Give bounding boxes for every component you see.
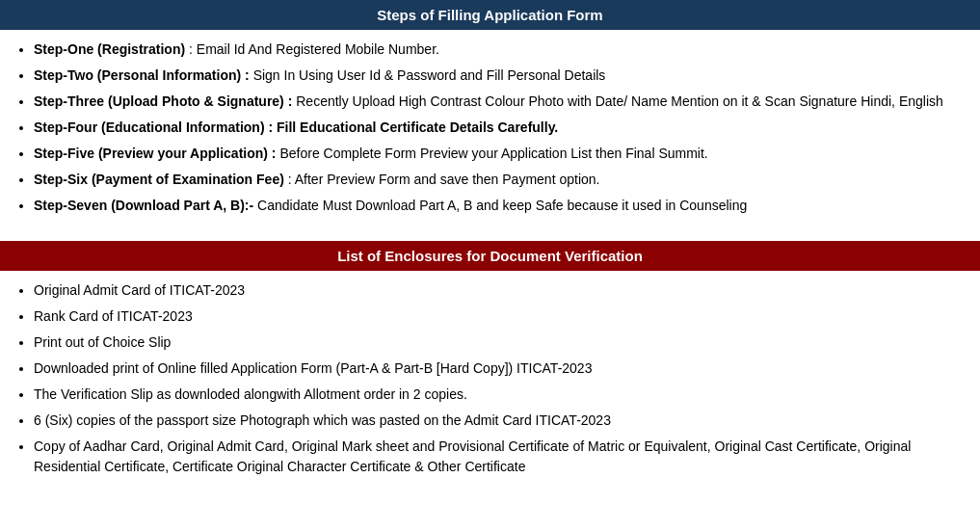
page-container: Steps of Filling Application Form Step-O… <box>0 0 980 492</box>
step-five-label: Step-Five (Preview your Application) : <box>34 146 277 161</box>
enc-4-text: Downloaded print of Online filled Applic… <box>34 360 592 376</box>
list-item: Original Admit Card of ITICAT-2023 <box>34 280 966 301</box>
step-three-label: Step-Three (Upload Photo & Signature) : <box>34 93 292 109</box>
enc-6-text: 6 (Six) copies of the passport size Phot… <box>34 412 611 428</box>
steps-list: Step-One (Registration) : Email Id And R… <box>10 40 966 216</box>
enclosures-content: Original Admit Card of ITICAT-2023 Rank … <box>0 271 980 492</box>
enc-1-text: Original Admit Card of ITICAT-2023 <box>34 282 245 298</box>
list-item: Step-Seven (Download Part A, B):- Candid… <box>34 196 966 216</box>
list-item: Print out of Choice Slip <box>34 332 966 353</box>
list-item: Step-Six (Payment of Examination Fee) : … <box>34 170 966 190</box>
step-one-text: : Email Id And Registered Mobile Number. <box>185 41 439 57</box>
list-item: Copy of Aadhar Card, Original Admit Card… <box>34 437 966 477</box>
step-four-label: Step-Four (Educational Information) : <box>34 119 273 135</box>
steps-content: Step-One (Registration) : Email Id And R… <box>0 30 980 231</box>
enclosures-section-title: List of Enclosures for Document Verifica… <box>337 248 643 264</box>
list-item: The Verification Slip as downloded along… <box>34 385 966 405</box>
step-three-text: Recently Upload High Contrast Colour Pho… <box>292 93 942 109</box>
steps-section-header: Steps of Filling Application Form <box>0 0 980 30</box>
step-five-text: Before Complete Form Preview your Applic… <box>277 146 708 161</box>
step-six-label: Step-Six (Payment of Examination Fee) <box>34 172 284 187</box>
enclosures-section-header: List of Enclosures for Document Verifica… <box>0 241 980 271</box>
list-item: Step-Five (Preview your Application) : B… <box>34 144 966 164</box>
step-seven-label: Step-Seven (Download Part A, B):- <box>34 198 253 213</box>
step-seven-text: Candidate Must Download Part A, B and ke… <box>253 198 747 213</box>
steps-section-title: Steps of Filling Application Form <box>377 7 602 23</box>
enc-5-text: The Verification Slip as downloded along… <box>34 386 467 402</box>
enc-3-text: Print out of Choice Slip <box>34 334 171 350</box>
steps-section: Steps of Filling Application Form Step-O… <box>0 0 980 231</box>
enclosures-section: List of Enclosures for Document Verifica… <box>0 241 980 492</box>
step-six-text: : After Preview Form and save then Payme… <box>284 172 600 187</box>
list-item: Step-Three (Upload Photo & Signature) : … <box>34 92 966 112</box>
enc-7-text: Copy of Aadhar Card, Original Admit Card… <box>34 438 911 474</box>
list-item: Step-Two (Personal Information) : Sign I… <box>34 66 966 86</box>
enc-2-text: Rank Card of ITICAT-2023 <box>34 308 193 324</box>
list-item: Downloaded print of Online filled Applic… <box>34 358 966 379</box>
list-item: 6 (Six) copies of the passport size Phot… <box>34 411 966 431</box>
step-two-label: Step-Two (Personal Information) : <box>34 67 250 83</box>
list-item: Step-One (Registration) : Email Id And R… <box>34 40 966 60</box>
step-one-label: Step-One (Registration) <box>34 41 185 57</box>
list-item: Step-Four (Educational Information) : Fi… <box>34 118 966 138</box>
enclosures-list: Original Admit Card of ITICAT-2023 Rank … <box>10 280 966 477</box>
step-two-text: Sign In Using User Id & Password and Fil… <box>250 67 606 83</box>
step-four-text: Fill Educational Certificate Details Car… <box>273 119 558 135</box>
spacer <box>0 231 980 241</box>
list-item: Rank Card of ITICAT-2023 <box>34 306 966 327</box>
